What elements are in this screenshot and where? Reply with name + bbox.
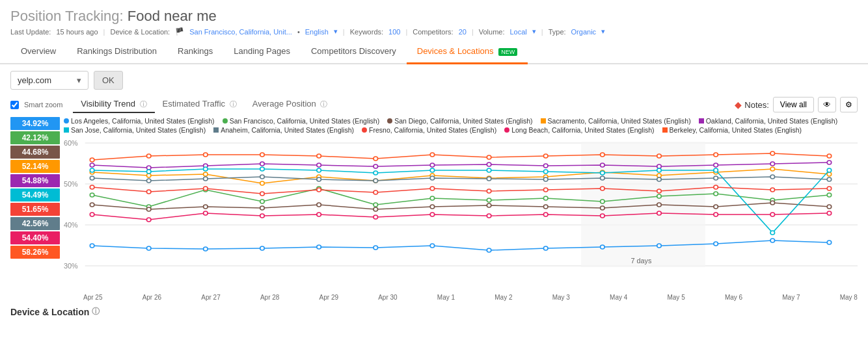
svg-point-128 xyxy=(430,213,435,216)
percentage-bars: 34.92% 42.12% 44.68% 52.14% 54.88% 54.49… xyxy=(10,117,60,301)
legend-dot-lb xyxy=(504,127,509,133)
notes-label: Notes: xyxy=(744,100,769,110)
svg-point-53 xyxy=(146,174,151,177)
legend-sac: Sacramento, California, United States (E… xyxy=(541,117,691,125)
svg-point-117 xyxy=(601,176,605,180)
svg-point-134 xyxy=(770,213,775,216)
svg-point-129 xyxy=(487,214,491,218)
settings-button[interactable]: ⚙ xyxy=(840,97,858,112)
competitors-value[interactable]: 20 xyxy=(459,28,467,36)
svg-point-55 xyxy=(260,181,265,185)
svg-point-101 xyxy=(487,189,491,193)
competitors-label: Competitors: xyxy=(413,28,453,36)
svg-point-137 xyxy=(146,154,151,158)
svg-point-87 xyxy=(487,168,491,172)
svg-point-99 xyxy=(373,190,378,194)
svg-point-126 xyxy=(317,213,321,216)
ok-button[interactable]: OK xyxy=(94,71,123,90)
legend-oak: Oakland, California, United States (Engl… xyxy=(699,117,838,125)
svg-point-81 xyxy=(146,170,151,174)
smart-zoom-checkbox[interactable] xyxy=(10,101,19,109)
svg-point-105 xyxy=(714,185,718,189)
svg-point-92 xyxy=(770,231,775,235)
svg-point-96 xyxy=(204,187,208,190)
last-update-value: 15 hours ago xyxy=(56,28,98,36)
device-location-label: Device & Location: xyxy=(110,28,170,36)
chart-tab-position[interactable]: Average Position ⓘ xyxy=(245,96,336,113)
type-value[interactable]: Organic xyxy=(571,28,597,36)
tab-landing-pages[interactable]: Landing Pages xyxy=(223,40,301,64)
type-dropdown-icon[interactable]: ▾ xyxy=(601,27,605,36)
svg-point-50 xyxy=(770,201,775,205)
legend-sf: San Francisco, California, United States… xyxy=(223,117,380,125)
tab-rankings-distribution[interactable]: Rankings Distribution xyxy=(66,40,167,64)
tab-devices-locations[interactable]: Devices & Locations NEW xyxy=(407,40,528,64)
svg-point-119 xyxy=(714,176,718,180)
chart-tabs: Visibility Trend ⓘ Estimated Traffic ⓘ A… xyxy=(73,96,335,113)
svg-point-147 xyxy=(714,153,718,157)
svg-point-43 xyxy=(373,207,378,211)
svg-point-121 xyxy=(827,177,832,181)
svg-point-51 xyxy=(827,205,832,209)
keywords-value[interactable]: 100 xyxy=(388,28,400,36)
info-icon-footer: ⓘ xyxy=(92,306,100,317)
svg-point-27 xyxy=(260,200,265,203)
svg-point-115 xyxy=(487,177,491,181)
view-all-button[interactable]: View all xyxy=(773,97,814,112)
svg-point-32 xyxy=(543,196,548,200)
header-meta: Last Update: 15 hours ago | Device & Loc… xyxy=(10,27,858,36)
svg-point-54 xyxy=(204,172,208,176)
svg-text:7 days: 7 days xyxy=(631,257,651,265)
svg-point-14 xyxy=(317,245,321,249)
location-link[interactable]: San Francisco, California, Unit... xyxy=(189,28,292,36)
svg-point-12 xyxy=(204,247,208,251)
volume-value[interactable]: Local xyxy=(510,28,527,36)
info-icon-visibility: ⓘ xyxy=(140,100,147,108)
svg-point-19 xyxy=(601,245,605,249)
svg-point-142 xyxy=(430,153,435,157)
svg-point-148 xyxy=(770,151,775,155)
legend-dot-la xyxy=(64,118,69,124)
pct-bar-9: 58.26% xyxy=(10,246,60,259)
pct-bar-0: 34.92% xyxy=(10,117,60,130)
legend-dot-sd xyxy=(387,118,392,124)
svg-point-97 xyxy=(260,192,265,196)
svg-point-85 xyxy=(373,171,378,175)
legend-sq-sj xyxy=(64,127,69,133)
legend-ana: Anaheim, California, United States (Engl… xyxy=(213,126,354,134)
svg-point-42 xyxy=(317,203,321,207)
pct-bar-1: 42.12% xyxy=(10,131,60,144)
chart-header: Smart zoom Visibility Trend ⓘ Estimated … xyxy=(10,96,858,113)
legend-sq-oak xyxy=(699,118,704,124)
language-dropdown-icon[interactable]: ▾ xyxy=(334,27,338,36)
volume-dropdown-icon[interactable]: ▾ xyxy=(532,27,536,36)
new-badge: NEW xyxy=(498,48,517,56)
legend-dot-sf xyxy=(223,118,228,124)
svg-point-76 xyxy=(657,164,662,168)
svg-point-75 xyxy=(601,163,605,167)
tab-competitors-discovery[interactable]: Competitors Discovery xyxy=(301,40,407,64)
chart-actions: ◆ Notes: View all 👁 ⚙ xyxy=(735,97,858,112)
tab-overview[interactable]: Overview xyxy=(10,40,66,64)
language-link[interactable]: English xyxy=(305,28,329,36)
svg-point-45 xyxy=(487,203,491,207)
svg-point-94 xyxy=(90,185,94,189)
domain-dropdown[interactable]: yelp.com ▾ xyxy=(10,71,88,90)
svg-point-62 xyxy=(657,174,662,177)
legend-sj: San Jose, California, United States (Eng… xyxy=(64,126,206,134)
svg-text:50%: 50% xyxy=(64,181,78,188)
svg-text:40%: 40% xyxy=(64,222,78,229)
svg-point-127 xyxy=(373,215,378,219)
smart-zoom-control[interactable]: Smart zoom xyxy=(10,101,62,109)
chart-tab-visibility[interactable]: Visibility Trend ⓘ xyxy=(73,96,154,113)
svg-point-49 xyxy=(714,205,718,209)
tab-rankings[interactable]: Rankings xyxy=(167,40,223,64)
dropdown-arrow-icon: ▾ xyxy=(77,75,81,85)
svg-point-73 xyxy=(487,162,491,166)
chart-tab-traffic[interactable]: Estimated Traffic ⓘ xyxy=(155,96,245,113)
svg-point-133 xyxy=(714,213,718,216)
legend-sq-ana xyxy=(213,127,219,133)
eye-button[interactable]: 👁 xyxy=(818,97,836,112)
svg-point-38 xyxy=(90,203,94,207)
last-update-label: Last Update: xyxy=(10,28,51,36)
